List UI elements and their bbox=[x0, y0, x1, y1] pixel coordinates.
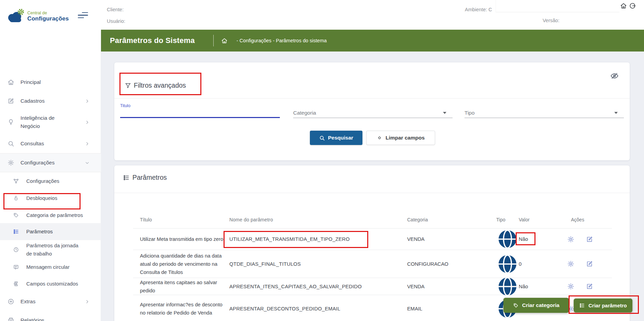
breadcrumb-home-icon[interactable] bbox=[221, 38, 228, 44]
chevron-right-icon bbox=[85, 120, 89, 125]
filters-title: Filtros avançados bbox=[134, 82, 186, 89]
page-title: Parâmetros do Sistema bbox=[110, 36, 195, 45]
home-icon bbox=[8, 79, 14, 86]
sidebar-subitem-parametros[interactable]: Parâmetros bbox=[0, 228, 101, 236]
logout-icon[interactable] bbox=[629, 2, 636, 9]
value-cell: 0 bbox=[519, 261, 567, 267]
table-row: Apresenta itens capitaes ao salvar pedid… bbox=[133, 278, 612, 295]
chevron-right-icon bbox=[85, 142, 89, 146]
chevron-right-icon bbox=[85, 99, 89, 103]
list-icon bbox=[123, 174, 130, 181]
version-label: Versão: bbox=[543, 18, 559, 23]
plus-circle-icon bbox=[8, 298, 14, 305]
clear-fields-button[interactable]: Limpar campos bbox=[366, 131, 435, 145]
sidebar: Principal Cadastros Inteligência de Negó… bbox=[0, 30, 101, 321]
nodes-icon bbox=[13, 178, 19, 184]
logo-text-line1: Central de bbox=[27, 11, 69, 16]
col-header-acoes: Ações bbox=[567, 217, 612, 222]
environment-label: Ambiente: C bbox=[465, 7, 492, 12]
sidebar-item-cadastros[interactable]: Cadastros bbox=[0, 97, 101, 105]
col-header-titulo: Título bbox=[133, 216, 229, 224]
sidebar-item-extras[interactable]: Extras bbox=[0, 297, 101, 306]
environment-partial-value: C bbox=[488, 7, 492, 12]
layers-icon bbox=[13, 281, 19, 287]
header-divider bbox=[213, 35, 214, 46]
search-icon bbox=[8, 140, 14, 147]
pencil-square-icon bbox=[8, 98, 14, 104]
col-header-tipo: Tipo bbox=[494, 217, 519, 222]
edit-icon[interactable] bbox=[586, 283, 593, 290]
top-bar: Central de Configurações Cliente: Usuári… bbox=[0, 0, 644, 30]
tag-icon bbox=[13, 212, 19, 218]
printer-icon bbox=[8, 317, 14, 321]
globe-icon bbox=[496, 275, 519, 298]
caret-down-icon bbox=[614, 112, 618, 114]
col-header-nome: Nome do parâmetro bbox=[229, 217, 407, 222]
main-content: Filtros avançados Titulo Categoria Tipo … bbox=[101, 52, 644, 321]
sidebar-subitem-campos-customizados[interactable]: Campos customizados bbox=[0, 280, 101, 288]
funnel-icon bbox=[125, 82, 131, 89]
cloud-gear-logo-icon bbox=[7, 8, 25, 24]
parameters-title: Parâmetros bbox=[132, 174, 167, 181]
gear-icon[interactable] bbox=[567, 236, 574, 243]
sidebar-subitem-desbloqueios[interactable]: Desbloqueios bbox=[0, 194, 101, 202]
globe-icon bbox=[496, 228, 519, 250]
table-row: Adiciona quantidade de dias na data atua… bbox=[133, 250, 612, 278]
chevron-down-icon bbox=[85, 161, 89, 165]
lightbulb-icon bbox=[8, 119, 14, 126]
app-logo[interactable]: Central de Configurações bbox=[7, 8, 69, 24]
sidebar-item-relatorios[interactable]: Relatórios bbox=[0, 316, 101, 321]
titulo-input[interactable] bbox=[120, 107, 280, 117]
col-header-categoria: Categoria bbox=[407, 217, 494, 222]
search-icon bbox=[319, 135, 325, 141]
sidebar-subitem-configuracoes[interactable]: Configurações bbox=[0, 177, 101, 185]
tag-icon bbox=[513, 303, 519, 308]
table-header-row: Título Nome do parâmetro Categoria Tipo … bbox=[133, 211, 612, 229]
globe-icon bbox=[496, 253, 519, 275]
sidebar-item-configuracoes[interactable]: Configurações bbox=[0, 159, 101, 167]
sidebar-subitem-categoria-de-parametros[interactable]: Categoria de parâmetros bbox=[0, 207, 101, 223]
user-label: Usuário: bbox=[107, 18, 125, 24]
chevron-right-icon bbox=[85, 300, 89, 304]
col-header-valor: Valor bbox=[519, 217, 567, 222]
diamond-icon bbox=[377, 135, 382, 141]
list-icon bbox=[13, 229, 19, 235]
filters-card: Filtros avançados Titulo Categoria Tipo … bbox=[114, 62, 630, 160]
value-cell: Não bbox=[519, 236, 567, 242]
logo-text-line2: Configurações bbox=[27, 16, 69, 22]
create-category-button[interactable]: Criar categoria bbox=[503, 298, 569, 313]
edit-icon[interactable] bbox=[586, 236, 593, 243]
menu-icon[interactable] bbox=[78, 12, 88, 20]
gear-icon[interactable] bbox=[567, 283, 574, 290]
titulo-input-underline bbox=[120, 117, 280, 118]
sidebar-subitem-parametros-da-jornada[interactable]: Parâmetros da jornada de trabalho bbox=[0, 242, 101, 258]
message-icon bbox=[13, 264, 19, 270]
sidebar-subitem-mensagem-circular[interactable]: Mensagem circular bbox=[0, 263, 101, 271]
redaction-overlay bbox=[496, 0, 619, 12]
home-icon[interactable] bbox=[620, 2, 627, 9]
parameters-divider bbox=[114, 193, 630, 193]
categoria-select[interactable]: Categoria bbox=[293, 109, 453, 118]
tipo-select[interactable]: Tipo bbox=[464, 109, 624, 118]
client-label: Cliente: bbox=[107, 7, 124, 12]
clock-icon bbox=[13, 247, 19, 253]
page-header-bar: Parâmetros do Sistema - Configurações - … bbox=[101, 30, 644, 52]
table-row: Utilizar Meta transmitida em tipo zero U… bbox=[133, 229, 612, 250]
caret-down-icon bbox=[443, 112, 446, 114]
create-parameter-button[interactable]: Criar parâmetro bbox=[574, 298, 632, 312]
filters-divider bbox=[114, 98, 630, 99]
unlock-icon bbox=[13, 195, 19, 201]
sidebar-item-principal[interactable]: Principal bbox=[0, 78, 101, 86]
eye-off-icon[interactable] bbox=[610, 71, 619, 81]
sidebar-item-consultas[interactable]: Consultas bbox=[0, 140, 101, 148]
sidebar-item-inteligencia-de-negocio[interactable]: Inteligência de Negócio bbox=[0, 114, 101, 130]
search-button[interactable]: Pesquisar bbox=[310, 131, 362, 145]
value-cell: Não bbox=[519, 284, 567, 289]
breadcrumb: - Configurações - Parâmetros do sistema bbox=[237, 38, 327, 43]
list-icon bbox=[579, 303, 585, 308]
gear-icon bbox=[8, 159, 14, 166]
edit-icon[interactable] bbox=[586, 260, 593, 267]
gear-icon[interactable] bbox=[567, 260, 574, 267]
